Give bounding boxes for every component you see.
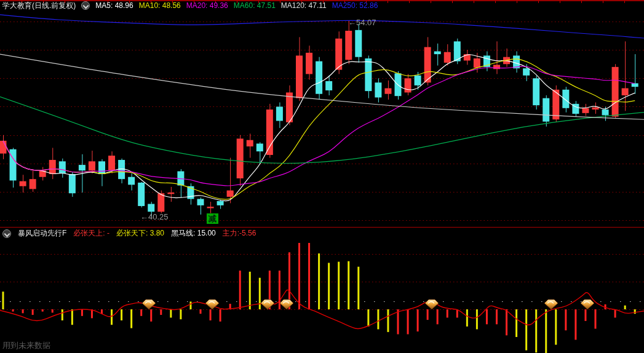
high-price-label: ←54.07 [348, 18, 376, 27]
stock-chart-window: 学大教育(日线.前复权) MA5: 48.96 MA10: 48.56 MA20… [0, 0, 644, 353]
heima-line-value: 黑马线: 15.00 [171, 229, 216, 238]
indicator-title: 暴风启动先行F [18, 229, 66, 238]
bizhang-tianshang-value: 必张天上: - [73, 229, 109, 238]
chevron-down-circle-icon[interactable] [2, 229, 11, 238]
ma10-legend: MA10: 48.56 [139, 1, 181, 10]
low-price-label: ←40.25 [140, 212, 169, 221]
ma5-legend: MA5: 48.96 [95, 1, 133, 10]
stock-title: 学大教育(日线.前复权) [2, 1, 76, 10]
panel-divider-line [0, 227, 644, 228]
reduce-position-badge: 减 [207, 213, 218, 224]
chart-canvas[interactable] [0, 0, 644, 353]
ma120-legend: MA120: 47.11 [281, 1, 327, 10]
future-data-warning: 用到未来数据 [2, 340, 50, 351]
indicator-panel-header: 暴风启动先行F 必张天上: - 必张天下: 3.80 黑马线: 15.00 主力… [2, 229, 256, 238]
ma60-legend: MA60: 47.51 [234, 1, 276, 10]
ma20-legend: MA20: 49.36 [186, 1, 228, 10]
main-chart-header: 学大教育(日线.前复权) MA5: 48.96 MA10: 48.56 MA20… [2, 1, 378, 10]
chevron-down-circle-icon[interactable] [81, 1, 90, 10]
bizhang-tianxia-value: 必张天下: 3.80 [116, 229, 164, 238]
ma250-legend: MA250: 52.86 [332, 1, 378, 10]
zhuli-value: 主力:-5.56 [223, 229, 256, 238]
